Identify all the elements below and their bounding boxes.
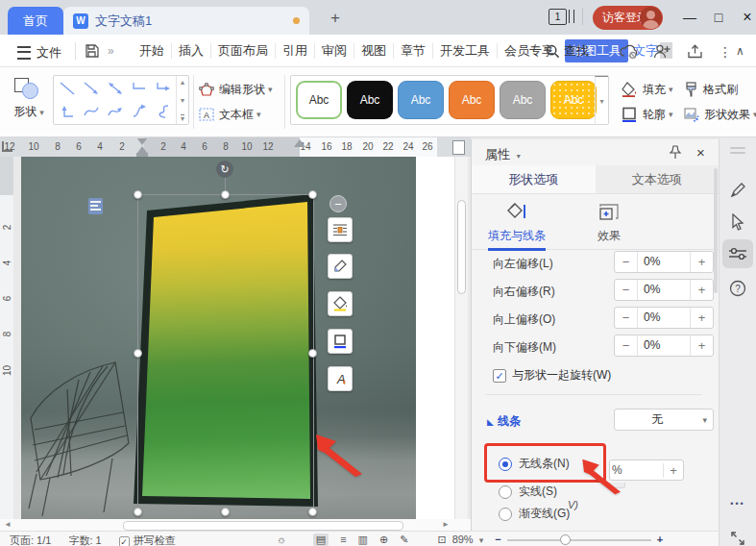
shape-elbow-arrow2-icon[interactable] [56,100,80,123]
panel-scrollbar-thumb[interactable] [714,168,718,293]
word-count[interactable]: 字数: 1 [68,534,101,546]
line-type-dropdown[interactable]: 无 ▾ [614,409,714,431]
shape-scurve-icon[interactable] [151,100,175,123]
increment-button[interactable]: + [663,463,683,478]
sidebar-select-button[interactable] [722,208,753,236]
menu-item-view[interactable]: 视图 [354,43,394,59]
fill-color-button[interactable] [328,291,353,316]
decrement-button[interactable]: − [615,283,637,297]
resize-handle-w[interactable] [134,349,142,358]
shape-scurve-arrow-icon[interactable] [127,100,151,123]
web-view-button[interactable]: ⊕ [379,534,388,546]
style-gallery-more[interactable]: ▾ [595,76,608,125]
resize-handle-n[interactable] [221,190,230,199]
zoom-level[interactable]: 89% ▾ [452,534,484,545]
spellcheck-toggle[interactable]: ✓拼写检查 [119,534,176,546]
decrement-button[interactable]: − [615,255,637,269]
style-preset-yellow[interactable]: Abc [550,81,597,119]
offset-right-value[interactable]: 0% [637,280,691,300]
format-painter-button[interactable]: 格式刷 [684,79,738,100]
shape-arrow-icon[interactable] [80,77,104,100]
shape-curve-arrow-icon[interactable] [104,100,128,123]
menu-item-section[interactable]: 章节 [394,43,433,59]
increment-button[interactable]: + [691,283,713,297]
sidebar-annotate-button[interactable] [722,176,753,205]
shape-line-icon[interactable] [56,77,80,100]
first-line-indent-marker[interactable] [137,138,147,145]
minimize-button[interactable]: — [678,8,701,27]
menu-item-start[interactable]: 开始 [133,43,172,59]
scroll-left-icon[interactable]: ◄ [4,520,12,529]
panel-close-button[interactable]: × [696,144,705,161]
fill-button[interactable]: 填充▾ [621,79,673,100]
multipage-view-button[interactable]: ▥ [358,534,368,546]
shapes-button[interactable]: 形状▾ [8,104,50,120]
expand-window-icon[interactable] [722,524,753,546]
maximize-button[interactable]: □ [707,8,730,27]
resize-handle-sw[interactable] [134,508,142,516]
line-section-header[interactable]: ◣线条 [487,413,521,430]
invite-user-icon[interactable] [653,44,671,59]
collapse-ribbon-icon[interactable]: ∧ [736,44,744,58]
subtab-effects[interactable]: 效果 [566,202,652,248]
page-view-button-active[interactable]: ▤ [313,534,329,546]
edit-mode-button[interactable]: ✎ [400,534,408,546]
menu-item-reference[interactable]: 引用 [276,43,315,59]
more-toolbars-chevron[interactable]: » [108,44,114,58]
outline-color-button[interactable] [328,329,353,354]
vertical-scrollbar[interactable] [454,157,468,519]
style-preset-black[interactable]: Abc [347,81,393,119]
sidebar-properties-button-active[interactable] [722,239,753,268]
scroll-right-icon[interactable]: ► [442,520,450,529]
offset-down-value[interactable]: 0% [637,335,691,356]
menu-item-dev-tools[interactable]: 开发工具 [433,43,498,59]
style-preset-white[interactable]: Abc [296,81,342,119]
pin-icon[interactable] [669,145,682,160]
resize-handle-ne[interactable] [308,190,317,199]
increment-button[interactable]: + [691,310,713,325]
collapse-mini-toolbar-button[interactable]: − [329,195,347,212]
quick-style-button[interactable] [328,254,353,279]
zoom-slider[interactable] [507,539,651,541]
gallery-scroll[interactable]: ▴ ▾ ▾ [176,76,188,124]
sidebar-help-button[interactable]: ? [722,274,753,303]
menu-item-insert[interactable]: 插入 [172,43,211,59]
scroll-down-icon[interactable]: ▾ [181,96,184,105]
window-count-badge[interactable]: 1 [549,9,567,25]
outline-button[interactable]: 轮廓▾ [621,104,673,125]
drag-handle-icon[interactable] [730,152,745,154]
hanging-indent-marker[interactable] [137,146,147,153]
page-indicator[interactable]: 页面: 1/1 [10,534,51,546]
increment-button[interactable]: + [691,338,713,353]
text-effects-button[interactable]: A [328,366,353,391]
text-box-button[interactable]: A 文本框▾ [199,104,261,125]
radio-solid-line[interactable]: 实线(S) [499,484,557,500]
tab-stop-selector[interactable] [2,141,12,152]
increment-button[interactable]: + [691,255,713,269]
panel-title[interactable]: 属性 ▾ [485,146,521,163]
tab-document[interactable]: W 文字文稿1 [63,7,309,35]
file-menu[interactable]: 文件 [37,44,61,62]
vertical-scrollbar-thumb[interactable] [457,200,466,294]
decrement-button[interactable]: − [615,310,637,325]
rotate-with-shape-checkbox[interactable]: ✓ 与形状一起旋转(W) [493,367,611,384]
save-icon[interactable] [85,44,99,58]
gallery-more-icon[interactable]: ▾ [181,114,184,122]
more-menu-icon[interactable]: ⋮ [719,44,732,60]
shape-elbow-icon[interactable] [127,77,151,100]
scroll-up-icon[interactable]: ▴ [181,78,184,87]
share-icon[interactable] [687,44,703,59]
guest-login-button[interactable]: 访客登录 [593,6,663,30]
resize-handle-se[interactable] [308,508,317,516]
horizontal-scrollbar-thumb[interactable] [123,521,403,531]
style-preset-orange[interactable]: Abc [449,81,495,119]
zoom-in-button[interactable]: + [657,534,663,545]
tab-home[interactable]: 首页 [8,7,63,35]
menu-item-page-layout[interactable]: 页面布局 [211,43,276,59]
fit-page-icon[interactable]: ⊡ [437,534,446,546]
menu-item-review[interactable]: 审阅 [315,43,354,59]
offset-up-value[interactable]: 0% [637,308,691,328]
tab-text-options[interactable]: 文本选项 [596,165,719,193]
eye-protection-icon[interactable]: ☼ [277,534,286,545]
style-preset-gray[interactable]: Abc [500,81,546,119]
